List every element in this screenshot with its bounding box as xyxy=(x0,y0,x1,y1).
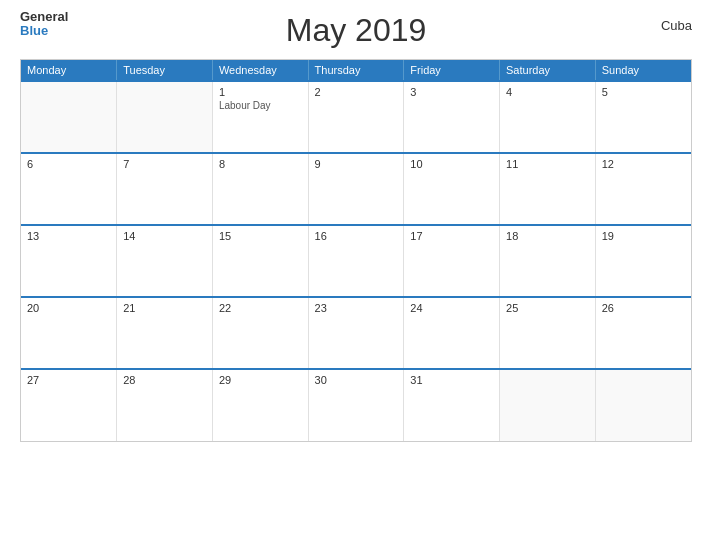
logo-general-text: General xyxy=(20,10,68,24)
calendar-cell: 9 xyxy=(308,153,404,225)
calendar-cell: 1Labour Day xyxy=(212,81,308,153)
calendar-cell: 23 xyxy=(308,297,404,369)
calendar-cell: 10 xyxy=(404,153,500,225)
calendar-cell: 26 xyxy=(595,297,691,369)
calendar-cell: 5 xyxy=(595,81,691,153)
day-number: 27 xyxy=(27,374,110,386)
col-thursday: Thursday xyxy=(308,60,404,81)
calendar-cell: 29 xyxy=(212,369,308,441)
day-number: 11 xyxy=(506,158,589,170)
calendar-cell: 12 xyxy=(595,153,691,225)
calendar-cell xyxy=(595,369,691,441)
calendar-cell: 21 xyxy=(117,297,213,369)
day-number: 24 xyxy=(410,302,493,314)
col-monday: Monday xyxy=(21,60,117,81)
calendar-body: 1Labour Day23456789101112131415161718192… xyxy=(21,81,691,441)
calendar-table: Monday Tuesday Wednesday Thursday Friday… xyxy=(21,60,691,441)
day-number: 15 xyxy=(219,230,302,242)
country-label: Cuba xyxy=(661,18,692,33)
day-number: 25 xyxy=(506,302,589,314)
day-number: 1 xyxy=(219,86,302,98)
calendar-header-row: Monday Tuesday Wednesday Thursday Friday… xyxy=(21,60,691,81)
calendar-cell: 18 xyxy=(500,225,596,297)
calendar-cell: 31 xyxy=(404,369,500,441)
col-wednesday: Wednesday xyxy=(212,60,308,81)
calendar-week-row: 6789101112 xyxy=(21,153,691,225)
calendar-week-row: 13141516171819 xyxy=(21,225,691,297)
col-sunday: Sunday xyxy=(595,60,691,81)
day-number: 30 xyxy=(315,374,398,386)
calendar-week-row: 2728293031 xyxy=(21,369,691,441)
calendar-cell: 15 xyxy=(212,225,308,297)
day-number: 16 xyxy=(315,230,398,242)
calendar-cell: 13 xyxy=(21,225,117,297)
day-number: 23 xyxy=(315,302,398,314)
calendar-cell: 11 xyxy=(500,153,596,225)
day-number: 13 xyxy=(27,230,110,242)
day-number: 19 xyxy=(602,230,685,242)
calendar-cell: 8 xyxy=(212,153,308,225)
day-number: 12 xyxy=(602,158,685,170)
col-saturday: Saturday xyxy=(500,60,596,81)
day-number: 2 xyxy=(315,86,398,98)
calendar-cell: 30 xyxy=(308,369,404,441)
day-number: 14 xyxy=(123,230,206,242)
month-title: May 2019 xyxy=(286,12,427,49)
day-number: 20 xyxy=(27,302,110,314)
day-number: 29 xyxy=(219,374,302,386)
calendar-cell: 20 xyxy=(21,297,117,369)
day-number: 10 xyxy=(410,158,493,170)
col-friday: Friday xyxy=(404,60,500,81)
calendar-cell: 24 xyxy=(404,297,500,369)
calendar-cell: 17 xyxy=(404,225,500,297)
day-number: 18 xyxy=(506,230,589,242)
calendar-cell: 25 xyxy=(500,297,596,369)
calendar-week-row: 1Labour Day2345 xyxy=(21,81,691,153)
day-number: 22 xyxy=(219,302,302,314)
calendar-cell xyxy=(500,369,596,441)
logo-blue-text: Blue xyxy=(20,24,68,38)
calendar-cell: 22 xyxy=(212,297,308,369)
calendar-cell: 14 xyxy=(117,225,213,297)
calendar-cell: 7 xyxy=(117,153,213,225)
calendar-cell xyxy=(117,81,213,153)
day-number: 3 xyxy=(410,86,493,98)
calendar-cell: 2 xyxy=(308,81,404,153)
calendar-container: Monday Tuesday Wednesday Thursday Friday… xyxy=(20,59,692,442)
calendar-header: General Blue May 2019 Cuba xyxy=(0,0,712,53)
calendar-cell: 6 xyxy=(21,153,117,225)
calendar-cell xyxy=(21,81,117,153)
calendar-week-row: 20212223242526 xyxy=(21,297,691,369)
calendar-cell: 3 xyxy=(404,81,500,153)
col-tuesday: Tuesday xyxy=(117,60,213,81)
day-number: 9 xyxy=(315,158,398,170)
day-number: 26 xyxy=(602,302,685,314)
day-number: 7 xyxy=(123,158,206,170)
calendar-cell: 4 xyxy=(500,81,596,153)
calendar-cell: 27 xyxy=(21,369,117,441)
logo: General Blue xyxy=(20,10,68,39)
calendar-cell: 19 xyxy=(595,225,691,297)
day-number: 28 xyxy=(123,374,206,386)
holiday-label: Labour Day xyxy=(219,100,302,111)
day-number: 21 xyxy=(123,302,206,314)
calendar-cell: 16 xyxy=(308,225,404,297)
calendar-cell: 28 xyxy=(117,369,213,441)
day-number: 4 xyxy=(506,86,589,98)
day-number: 8 xyxy=(219,158,302,170)
day-number: 17 xyxy=(410,230,493,242)
day-number: 5 xyxy=(602,86,685,98)
day-number: 31 xyxy=(410,374,493,386)
day-number: 6 xyxy=(27,158,110,170)
